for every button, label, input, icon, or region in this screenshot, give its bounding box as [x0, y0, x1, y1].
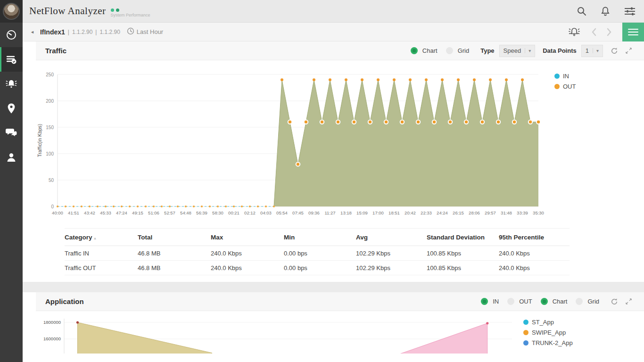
user-avatar[interactable]	[3, 3, 20, 20]
interface-title: IfIndex1	[40, 28, 65, 36]
chevron-down-icon: ▾	[593, 48, 599, 53]
chevron-left-icon[interactable]	[591, 28, 596, 36]
device-ip-2: 1.1.2.90	[99, 29, 120, 35]
svg-text:52:57: 52:57	[164, 210, 175, 215]
chevron-down-icon: ▾	[525, 48, 531, 53]
search-icon[interactable]	[577, 6, 586, 16]
profile-menu[interactable]	[0, 0, 23, 23]
svg-text:100: 100	[46, 151, 54, 156]
application-legend: ST_AppSWIPE_AppTRUNK-2_App	[523, 319, 573, 355]
svg-text:43:42: 43:42	[84, 210, 95, 215]
bell-icon[interactable]	[601, 6, 610, 16]
traffic-stats-table: Category▴ Total Max Min Avg Standard Dev…	[65, 228, 570, 275]
svg-text:04:03: 04:03	[260, 210, 272, 215]
svg-text:1800000: 1800000	[43, 320, 61, 325]
column-header-stddev: Standard Deviation	[427, 234, 499, 241]
column-header-total: Total	[138, 234, 211, 241]
svg-text:26:15: 26:15	[453, 210, 464, 215]
sidebar-item-dashboard[interactable]	[0, 23, 23, 47]
svg-text:13:18: 13:18	[340, 210, 352, 215]
back-icon[interactable]: ◄	[30, 30, 34, 34]
svg-text:150: 150	[46, 125, 54, 130]
type-dropdown[interactable]: Speed ▾	[499, 45, 536, 57]
svg-text:49:15: 49:15	[132, 210, 143, 215]
svg-text:45:33: 45:33	[100, 210, 111, 215]
table-row-traffic-in: Traffic IN 46.8 MB 240.0 Kbps 0.00 bps 1…	[65, 246, 570, 261]
svg-text:15:09: 15:09	[356, 210, 368, 215]
alarm-bell-icon[interactable]	[568, 26, 581, 38]
application-in-label[interactable]: IN	[493, 298, 499, 305]
svg-text:17:00: 17:00	[372, 210, 384, 215]
legend-item-swipe_app: SWIPE_App	[523, 329, 573, 336]
traffic-grid-toggle[interactable]	[446, 47, 453, 54]
traffic-panel-header: Traffic Chart Grid Type Speed ▾ Data Poi…	[36, 41, 644, 60]
sidebar	[0, 0, 23, 362]
application-in-toggle[interactable]	[481, 298, 488, 305]
svg-text:40:00: 40:00	[52, 210, 63, 215]
sliders-icon[interactable]	[624, 7, 636, 16]
device-ip: 1.1.2.90	[72, 29, 92, 35]
svg-text:56:39: 56:39	[196, 210, 207, 215]
panel-separator	[23, 282, 644, 292]
application-chart-label[interactable]: Chart	[553, 298, 568, 305]
svg-text:Traffic(in Kbps): Traffic(in Kbps)	[37, 124, 42, 157]
svg-text:05:54: 05:54	[276, 210, 288, 215]
sidebar-item-map[interactable]	[0, 96, 23, 121]
expand-icon[interactable]	[626, 48, 632, 54]
datapoints-dropdown[interactable]: 1 ▾	[581, 45, 603, 57]
traffic-grid-label[interactable]: Grid	[458, 47, 470, 54]
menu-icon[interactable]	[622, 23, 644, 41]
device-header: ◄ IfIndex1 | 1.1.2.90 | 1.1.2.90 Last Ho…	[23, 23, 644, 41]
svg-text:02:12: 02:12	[244, 210, 256, 215]
traffic-panel-title: Traffic	[45, 47, 66, 55]
svg-text:1600000: 1600000	[43, 336, 61, 341]
app-caption: System Performance	[111, 13, 150, 17]
column-header-avg: Avg	[356, 234, 427, 241]
refresh-icon[interactable]	[611, 47, 618, 55]
datapoints-label: Data Points	[543, 47, 577, 54]
column-header-min: Min	[284, 234, 356, 241]
logo-dots-icon	[111, 8, 150, 12]
person-icon	[6, 152, 17, 163]
chat-icon	[5, 128, 17, 138]
application-grid-label[interactable]: Grid	[587, 298, 599, 305]
application-out-label[interactable]: OUT	[519, 298, 532, 305]
type-label: Type	[480, 47, 494, 54]
table-row-traffic-out: Traffic OUT 46.8 MB 240.0 Kbps 0.00 bps …	[65, 261, 570, 275]
traffic-chart-toggle[interactable]	[411, 47, 418, 54]
application-grid-toggle[interactable]	[576, 298, 583, 305]
application-chart: 18000001600000	[36, 316, 517, 355]
sidebar-item-inventory[interactable]	[0, 47, 23, 72]
legend-item-st_app: ST_App	[523, 319, 573, 326]
sidebar-item-chat[interactable]	[0, 121, 23, 145]
svg-text:00:21: 00:21	[228, 210, 239, 215]
svg-text:250: 250	[46, 72, 54, 77]
traffic-legend: INOUT	[554, 73, 576, 225]
column-header-category[interactable]: Category▴	[65, 234, 138, 241]
column-header-max: Max	[211, 234, 284, 241]
chevron-right-icon[interactable]	[607, 28, 612, 36]
app-logo: NetFlow Analyzer	[29, 5, 106, 17]
svg-text:51:06: 51:06	[148, 210, 159, 215]
expand-icon[interactable]	[626, 298, 632, 304]
application-panel-title: Application	[45, 297, 84, 305]
list-check-icon	[6, 54, 17, 65]
column-header-95th: 95th Percentile	[499, 234, 570, 241]
sidebar-item-alarms[interactable]	[0, 72, 23, 96]
bell-ring-icon	[5, 78, 17, 90]
application-chart-toggle[interactable]	[541, 298, 548, 305]
legend-item-in: IN	[554, 73, 576, 80]
clock-icon	[127, 27, 134, 36]
traffic-chart-label[interactable]: Chart	[422, 47, 438, 54]
time-range-selector[interactable]: Last Hour	[127, 27, 163, 36]
application-out-toggle[interactable]	[507, 298, 514, 305]
svg-text:50: 50	[49, 178, 54, 183]
svg-text:0: 0	[51, 204, 54, 209]
svg-text:20:42: 20:42	[405, 210, 416, 215]
sidebar-item-users[interactable]	[0, 145, 23, 170]
svg-text:200: 200	[46, 99, 54, 104]
svg-text:18:51: 18:51	[388, 210, 400, 215]
traffic-chart: 050100150200250Traffic(in Kbps)40:0041:5…	[36, 68, 548, 225]
svg-text:09:36: 09:36	[308, 210, 320, 215]
refresh-icon[interactable]	[611, 298, 618, 305]
